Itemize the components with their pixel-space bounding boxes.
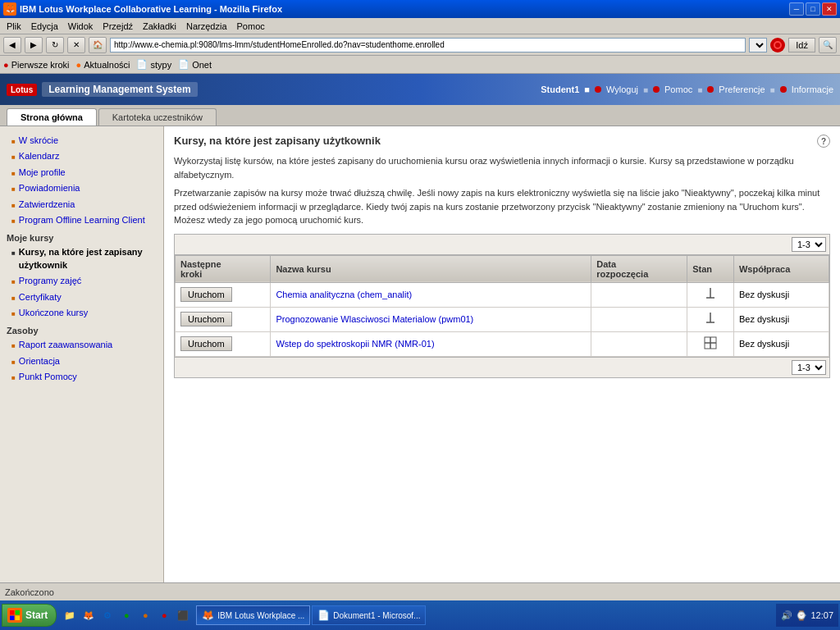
launch-cell-1: Uruchom	[176, 282, 271, 307]
tab-bar: Strona główna Kartoteka uczestników	[0, 105, 840, 126]
close-button[interactable]: ✕	[822, 2, 837, 16]
svg-rect-7	[10, 610, 15, 615]
bookmark-icon-2: ●	[76, 60, 82, 70]
sidebar-item-zatwierdzenia[interactable]: ■ Zatwierdzenia	[0, 197, 163, 212]
sidebar-item-moje-profile[interactable]: ■ Moje profile	[0, 165, 163, 180]
sidebar-item-offline-learning[interactable]: ■ Program Offline Learning Client	[0, 212, 163, 228]
sidebar-item-certyfikaty[interactable]: ■ Certyfikaty	[0, 290, 163, 305]
title-bar: 🦊 IBM Lotus Workplace Collaborative Lear…	[0, 0, 840, 18]
menu-zakladki[interactable]: Zakładki	[138, 20, 181, 33]
menu-pomoc[interactable]: Pomoc	[232, 20, 270, 33]
launch-button-3[interactable]: Uruchom	[180, 336, 232, 351]
bookmark-onet[interactable]: 📄 Onet	[178, 59, 212, 70]
sidebar-item-w-skrocie[interactable]: ■ W skrócie	[0, 133, 163, 148]
menu-bar: Plik Edycja Widok Przejdź Zakładki Narzę…	[0, 18, 840, 34]
lotus-badge: Lotus	[7, 84, 37, 96]
tray-icon-5[interactable]: ●	[137, 607, 153, 623]
firefox-icon: 🦊	[3, 2, 16, 16]
menu-przejdz[interactable]: Przejdź	[98, 20, 138, 33]
tray-icon-4[interactable]: ●	[118, 607, 135, 623]
status-cell-1	[687, 282, 734, 307]
launch-button-2[interactable]: Uruchom	[180, 312, 232, 326]
sidebar-item-ukoncczone[interactable]: ■ Ukończone kursy	[0, 305, 163, 321]
current-user: Student1	[541, 84, 579, 94]
tab-strona-glowna[interactable]: Strona główna	[7, 108, 97, 126]
sidebar-item-powiadomienia[interactable]: ■ Powiadomienia	[0, 180, 163, 196]
help-link[interactable]: Pomoc	[664, 84, 692, 94]
address-input[interactable]	[110, 38, 746, 52]
tab-kartoteka[interactable]: Kartoteka uczestników	[98, 108, 217, 126]
minimize-button[interactable]: ─	[789, 2, 804, 16]
go-indicator	[770, 38, 785, 52]
bullet-icon: ■	[11, 277, 16, 286]
col-start-date: Datarozpoczęcia	[591, 255, 687, 282]
preferences-link[interactable]: Preferencje	[719, 84, 765, 94]
window-title: IBM Lotus Workplace Collaborative Learni…	[20, 4, 282, 14]
wyloguj-dot	[595, 86, 601, 93]
tray-icon-1[interactable]: 📁	[62, 607, 78, 623]
main-content: ■ W skrócie ■ Kalendarz ■ Moje profile ■…	[0, 126, 840, 612]
menu-narzedzia[interactable]: Narzędzia	[181, 20, 232, 33]
app-header: Lotus Learning Management System Student…	[0, 74, 840, 105]
tray-icon-6[interactable]: ●	[156, 607, 172, 623]
status-cell-3	[687, 331, 734, 356]
reload-button[interactable]: ↻	[46, 37, 64, 53]
sidebar-item-kursy-zapisany[interactable]: ■ Kursy, na które jest zapisany użytkown…	[0, 244, 163, 273]
sidebar-item-raport[interactable]: ■ Raport zaawansowania	[0, 337, 163, 353]
pagination-select-bottom[interactable]: 1-3	[792, 360, 826, 375]
help-icon[interactable]: ?	[817, 135, 830, 148]
status-cell-2	[687, 307, 734, 331]
sidebar-item-orientacja[interactable]: ■ Orientacja	[0, 354, 163, 369]
go-button[interactable]: Idź	[788, 38, 815, 52]
address-dropdown[interactable]	[749, 38, 767, 52]
tray-icon-7[interactable]: ⬛	[175, 607, 191, 623]
course-link-2[interactable]: Prognozowanie Wlasciwosci Materialow (pw…	[276, 314, 473, 324]
menu-widok[interactable]: Widok	[63, 20, 98, 33]
bookmark-icon-1: ●	[3, 60, 9, 70]
menu-plik[interactable]: Plik	[2, 20, 26, 33]
maximize-button[interactable]: □	[806, 2, 820, 16]
info-link[interactable]: Informacje	[792, 84, 833, 94]
taskbar-system-tray: 🔊 ⌚ 12:07	[776, 604, 838, 627]
bookmark-aktualnosci[interactable]: ● Aktualności	[76, 60, 130, 70]
cooperation-cell-3: Bez dyskusji	[733, 331, 829, 356]
sidebar-item-programy-zajec[interactable]: ■ Programy zajęć	[0, 273, 163, 289]
course-link-3[interactable]: Wstep do spektroskopii NMR (NMR-01)	[276, 339, 434, 349]
bullet-icon: ■	[11, 137, 16, 146]
launch-button-1[interactable]: Uruchom	[180, 287, 232, 302]
launch-cell-3: Uruchom	[176, 331, 271, 356]
tray-icon-3[interactable]: ⚙	[99, 607, 116, 623]
col-status: Stan	[687, 255, 734, 282]
menu-edycja[interactable]: Edycja	[26, 20, 63, 33]
status-icon-2	[703, 311, 718, 326]
col-next-steps: Następnekroki	[176, 255, 271, 282]
tray-icon-2[interactable]: 🦊	[80, 607, 97, 623]
taskbar-item-word[interactable]: 📄 Dokument1 - Microsof...	[312, 605, 426, 625]
bullet-icon: ■	[11, 153, 16, 162]
course-link-1[interactable]: Chemia analityczna (chem_analit)	[276, 290, 412, 299]
tray-network-icon: 🔊	[781, 610, 792, 621]
logout-link[interactable]: Wyloguj	[606, 84, 638, 94]
informacje-dot	[780, 86, 787, 93]
svg-rect-8	[16, 610, 21, 615]
bookmark-stypy[interactable]: 📄 stypy	[136, 59, 171, 70]
bullet-icon: ■	[11, 201, 16, 210]
resources-section-header: Zasoby	[0, 321, 163, 337]
back-button[interactable]: ◀	[3, 37, 21, 53]
home-button[interactable]: 🏠	[89, 37, 107, 53]
status-icon-3	[703, 336, 718, 350]
table-row: Uruchom Prognozowanie Wlasciwosci Materi…	[176, 307, 829, 331]
search-button[interactable]: 🔍	[819, 37, 837, 53]
stop-button[interactable]: ✕	[67, 37, 85, 53]
sidebar: ■ W skrócie ■ Kalendarz ■ Moje profile ■…	[0, 126, 164, 612]
course-name-cell-1: Chemia analityczna (chem_analit)	[271, 282, 591, 307]
forward-button[interactable]: ▶	[25, 37, 43, 53]
pagination-select-top[interactable]: 1-3	[792, 237, 826, 252]
bookmark-pierwsze-kroki[interactable]: ● Pierwsze kroki	[3, 60, 70, 70]
sidebar-item-kalendarz[interactable]: ■ Kalendarz	[0, 148, 163, 164]
start-button[interactable]: Start	[2, 604, 57, 627]
taskbar-item-firefox[interactable]: 🦊 IBM Lotus Workplace ...	[196, 605, 310, 625]
sidebar-item-punkt-pomocy[interactable]: ■ Punkt Pomocy	[0, 369, 163, 385]
courses-table: Następnekroki Nazwa kursu Datarozpoczęci…	[175, 255, 829, 357]
bullet-icon: ■	[11, 169, 16, 178]
